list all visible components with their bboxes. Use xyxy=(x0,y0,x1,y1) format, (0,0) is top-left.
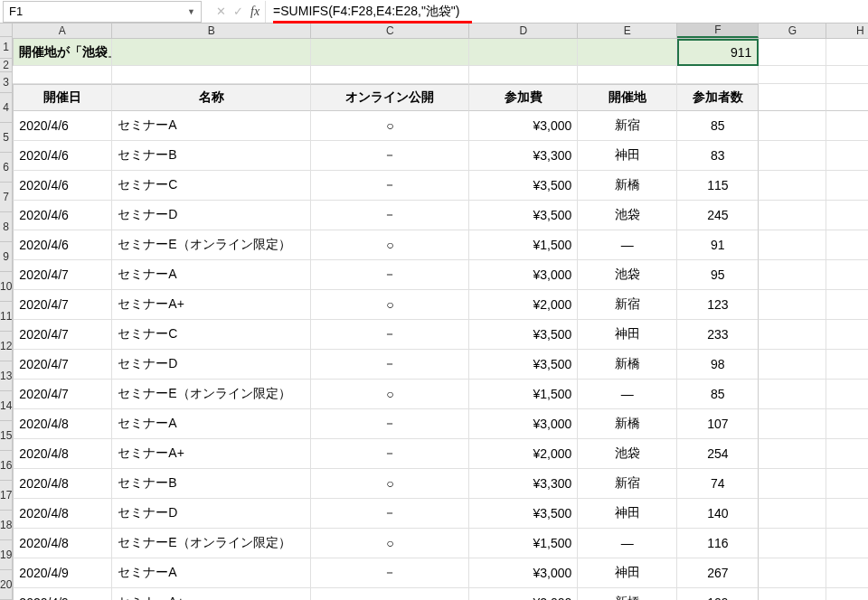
cell[interactable]: ― xyxy=(578,380,677,409)
cell[interactable]: セミナーC xyxy=(112,320,311,350)
row-header[interactable]: 11 xyxy=(0,302,12,332)
cell[interactable]: － xyxy=(311,201,469,230)
cell[interactable]: ― xyxy=(578,230,677,260)
cell[interactable] xyxy=(759,230,826,260)
cell[interactable]: 新宿 xyxy=(578,469,677,499)
cell[interactable]: 245 xyxy=(677,201,759,230)
select-all-corner[interactable] xyxy=(0,23,12,37)
cell[interactable]: ○ xyxy=(311,469,469,499)
cell[interactable]: ¥2,000 xyxy=(469,588,578,600)
cell[interactable]: セミナーE（オンライン限定） xyxy=(112,380,311,409)
cell[interactable]: 2020/4/8 xyxy=(13,499,112,529)
cell[interactable]: ¥1,500 xyxy=(469,230,578,260)
cell[interactable]: ¥3,000 xyxy=(469,260,578,290)
cell[interactable]: ¥3,500 xyxy=(469,171,578,201)
cell[interactable]: 91 xyxy=(677,230,759,260)
cell[interactable]: 新橋 xyxy=(578,588,677,600)
cell[interactable]: 新宿 xyxy=(578,111,677,141)
cell[interactable]: 神田 xyxy=(578,320,677,350)
cell[interactable]: 2020/4/8 xyxy=(13,409,112,439)
cell[interactable] xyxy=(759,260,826,290)
cell[interactable] xyxy=(578,39,677,66)
cell[interactable]: 新宿 xyxy=(578,290,677,320)
cell[interactable]: － xyxy=(311,171,469,201)
row-header[interactable]: 18 xyxy=(0,511,12,540)
cell[interactable]: ¥3,000 xyxy=(469,558,578,588)
row-header[interactable]: 2 xyxy=(0,59,12,72)
cell[interactable] xyxy=(826,320,868,350)
row-header[interactable]: 15 xyxy=(0,421,12,451)
cell[interactable]: 233 xyxy=(677,320,759,350)
cell[interactable]: セミナーD xyxy=(112,350,311,380)
cell[interactable]: 123 xyxy=(677,290,759,320)
row-header[interactable]: 17 xyxy=(0,481,12,511)
row-header[interactable]: 10 xyxy=(0,272,12,302)
cell[interactable]: セミナーE（オンライン限定） xyxy=(112,230,311,260)
cell[interactable]: 2020/4/9 xyxy=(13,558,112,588)
cell[interactable]: 109 xyxy=(677,588,759,600)
cell[interactable]: ○ xyxy=(311,230,469,260)
formula-input[interactable]: =SUMIFS(F4:F28,E4:E28,"池袋") xyxy=(266,1,868,23)
cell[interactable]: － xyxy=(311,409,469,439)
cell[interactable]: セミナーA xyxy=(112,111,311,141)
cell[interactable] xyxy=(826,230,868,260)
cell[interactable]: ¥3,000 xyxy=(469,409,578,439)
cell[interactable] xyxy=(469,39,578,66)
cell[interactable] xyxy=(759,439,826,469)
cell[interactable] xyxy=(826,141,868,171)
chevron-down-icon[interactable]: ▼ xyxy=(187,7,195,16)
cell[interactable]: ¥3,300 xyxy=(469,469,578,499)
cell[interactable]: 116 xyxy=(677,529,759,558)
cell[interactable]: 2020/4/6 xyxy=(13,171,112,201)
cell[interactable] xyxy=(826,439,868,469)
row-header[interactable]: 13 xyxy=(0,361,12,391)
cell[interactable]: セミナーA+ xyxy=(112,588,311,600)
cell[interactable]: 2020/4/7 xyxy=(13,350,112,380)
cell[interactable] xyxy=(759,588,826,600)
cell[interactable]: 神田 xyxy=(578,141,677,171)
cell[interactable]: セミナーA+ xyxy=(112,290,311,320)
col-header[interactable]: E xyxy=(578,23,677,38)
cell[interactable]: － xyxy=(311,499,469,529)
cell[interactable] xyxy=(759,171,826,201)
row-header[interactable]: 3 xyxy=(0,72,12,93)
cell[interactable]: 名称 xyxy=(112,84,311,111)
cell[interactable]: ¥3,500 xyxy=(469,201,578,230)
cell[interactable]: ¥3,000 xyxy=(469,111,578,141)
cell[interactable]: 新橋 xyxy=(578,409,677,439)
cell[interactable] xyxy=(826,290,868,320)
name-box[interactable]: F1 ▼ xyxy=(3,1,202,23)
cell[interactable] xyxy=(826,409,868,439)
cell[interactable] xyxy=(759,380,826,409)
cell[interactable] xyxy=(112,39,311,66)
cell[interactable] xyxy=(13,66,112,84)
cell[interactable]: 新橋 xyxy=(578,350,677,380)
cell[interactable]: ¥3,500 xyxy=(469,499,578,529)
cell[interactable]: ○ xyxy=(311,290,469,320)
col-header[interactable]: F xyxy=(677,23,759,38)
cell[interactable]: セミナーA+ xyxy=(112,439,311,469)
cell[interactable]: 神田 xyxy=(578,558,677,588)
row-header[interactable]: 8 xyxy=(0,212,12,242)
cell[interactable]: 83 xyxy=(677,141,759,171)
cell[interactable] xyxy=(759,111,826,141)
cell[interactable] xyxy=(826,39,868,66)
cell[interactable] xyxy=(759,39,826,66)
cell[interactable]: 98 xyxy=(677,350,759,380)
cell[interactable] xyxy=(826,111,868,141)
cell[interactable]: オンライン公開 xyxy=(311,84,469,111)
cell[interactable]: ¥1,500 xyxy=(469,529,578,558)
cell[interactable] xyxy=(469,66,578,84)
row-header[interactable]: 1 xyxy=(0,37,12,58)
cell[interactable]: 2020/4/7 xyxy=(13,290,112,320)
enter-icon[interactable]: ✓ xyxy=(233,5,243,18)
cell[interactable]: ¥1,500 xyxy=(469,380,578,409)
cell[interactable]: 池袋 xyxy=(578,439,677,469)
cell[interactable]: セミナーC xyxy=(112,171,311,201)
cell[interactable] xyxy=(759,320,826,350)
cell[interactable] xyxy=(826,469,868,499)
cell[interactable]: － xyxy=(311,260,469,290)
cell[interactable]: 2020/4/6 xyxy=(13,111,112,141)
cell[interactable]: 140 xyxy=(677,499,759,529)
cell[interactable]: 開催地が「池袋」の参加者数を合計する xyxy=(13,39,112,66)
